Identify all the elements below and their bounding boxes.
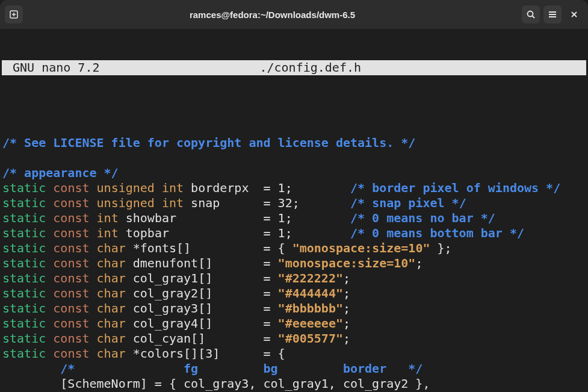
code-line: static const int topbar = 1; /* 0 means …: [2, 226, 524, 240]
svg-point-1: [528, 11, 533, 17]
nano-app-name: GNU nano 7.2: [7, 60, 100, 75]
search-icon: [526, 10, 536, 19]
close-icon: [570, 10, 578, 19]
new-tab-icon: [9, 10, 19, 19]
window-title: ramces@fedora:~/Downloads/dwm-6.5: [28, 10, 517, 20]
hamburger-menu-button[interactable]: [543, 5, 562, 23]
code-line: static const char dmenufont[] = "monospa…: [2, 256, 422, 270]
nano-header: GNU nano 7.2 ./config.def.h: [2, 60, 586, 75]
code-line: static const char col_cyan[] = "#005577"…: [2, 331, 350, 346]
code-line: static const char *colors[][3] = {: [2, 346, 285, 361]
code-line: static const char col_gray4[] = "#eeeeee…: [2, 316, 350, 331]
terminal-area[interactable]: GNU nano 7.2 ./config.def.h /* See LICEN…: [0, 29, 588, 392]
code-line: static const int showbar = 1; /* 0 means…: [2, 211, 495, 225]
code-line: static const char *fonts[] = { "monospac…: [2, 241, 452, 255]
search-button[interactable]: [522, 5, 540, 23]
code-line: static const char col_gray1[] = "#222222…: [2, 271, 350, 285]
new-tab-button[interactable]: [5, 5, 23, 23]
code-line: [SchemeNorm] = { col_gray3, col_gray1, c…: [2, 376, 430, 391]
nano-file-name: ./config.def.h: [100, 60, 582, 75]
code-line: static const char col_gray3[] = "#bbbbbb…: [2, 301, 350, 316]
code-line: /* See LICENSE file for copyright and li…: [2, 135, 415, 150]
close-window-button[interactable]: [565, 5, 583, 23]
window-titlebar: ramces@fedora:~/Downloads/dwm-6.5: [0, 0, 588, 29]
editor-content[interactable]: /* See LICENSE file for copyright and li…: [2, 120, 586, 392]
code-line: static const unsigned int snap = 32; /* …: [2, 196, 466, 210]
code-line: /* fg bg border */: [2, 361, 422, 376]
code-line: static const char col_gray2[] = "#444444…: [2, 286, 350, 300]
hamburger-icon: [548, 10, 557, 19]
code-line: static const unsigned int borderpx = 1; …: [2, 181, 560, 195]
code-line: /* appearance */: [2, 166, 119, 180]
